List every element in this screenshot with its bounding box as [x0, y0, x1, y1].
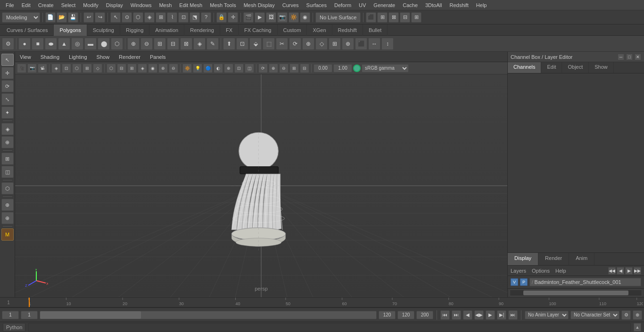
shelf-boolean[interactable]: ⊟ [167, 38, 179, 50]
vp-cam2-btn[interactable]: 📷 [27, 64, 37, 73]
shelf-merge[interactable]: ⊞ [329, 38, 341, 50]
viewport-btn3[interactable]: ⊠ [388, 12, 399, 23]
anim-end-input[interactable] [397, 311, 414, 319]
layer-name-display[interactable]: / Badminton_Feather_Shuttlecock_001 [529, 278, 641, 286]
shelf-target-weld[interactable]: ⊕ [342, 38, 354, 50]
menu-deform[interactable]: Deform [330, 1, 355, 9]
vp-iso4[interactable]: ⊞ [289, 64, 299, 73]
menu-file[interactable]: File [2, 1, 18, 9]
shelf-collapse[interactable]: ⬛ [355, 38, 367, 50]
pb-play-fwd[interactable]: ▶ [486, 310, 495, 320]
render3-btn[interactable]: 📷 [277, 12, 288, 23]
menu-redshift[interactable]: Redshift [446, 1, 472, 9]
tab-curves-surfaces[interactable]: Curves / Surfaces [1, 24, 54, 36]
menu-generate[interactable]: Generate [370, 1, 399, 9]
playback-range[interactable] [40, 311, 377, 319]
vp-display3[interactable]: ⊞ [127, 64, 137, 73]
xform-btn[interactable]: ✛ [228, 12, 238, 23]
shelf-fill-hole[interactable]: ⬙ [249, 38, 262, 50]
pb-next-frame[interactable]: ▶| [497, 310, 506, 320]
tab-redshift[interactable]: Redshift [332, 24, 363, 36]
shelf-append[interactable]: ⬚ [263, 38, 275, 50]
ipr-btn[interactable]: ▶ [255, 12, 265, 23]
menu-display[interactable]: Display [102, 1, 127, 9]
layers-scrollbar[interactable] [510, 290, 642, 296]
vp-render2[interactable]: 💡 [193, 64, 202, 73]
tab-fx[interactable]: FX [220, 24, 239, 36]
snap-grid-btn[interactable]: ⊞ [156, 12, 166, 23]
vp-display5[interactable]: ◉ [148, 64, 157, 73]
open-file-btn[interactable]: 📂 [57, 12, 67, 23]
vp-sel5[interactable]: ◇ [93, 64, 102, 73]
shelf-insert-loop[interactable]: ⟳ [289, 38, 301, 50]
menu-create[interactable]: Create [34, 1, 58, 9]
menu-modify[interactable]: Modify [79, 1, 102, 9]
layer-arrow-prev-prev[interactable]: ◀◀ [608, 267, 616, 275]
snap-curve-btn[interactable]: ⌇ [167, 12, 177, 23]
vp-select-mask[interactable]: ◈ [51, 64, 61, 73]
menu-help[interactable]: Help [472, 1, 491, 9]
select-mode-btn[interactable]: ↖ [110, 12, 121, 23]
tab-rendering[interactable]: Rendering [184, 24, 220, 36]
rotate-tool-btn[interactable]: ⟳ [1, 80, 14, 92]
cb-tab-show[interactable]: Show [589, 62, 614, 73]
tab-animation[interactable]: Animation [149, 24, 184, 36]
tab-bullet[interactable]: Bullet [363, 24, 388, 36]
timeline[interactable]: 1 1 10 20 30 40 50 60 70 80 90 100 110 1… [0, 297, 644, 308]
vp-display2[interactable]: ⊟ [117, 64, 126, 73]
render5-btn[interactable]: ◉ [300, 12, 310, 23]
shelf-mirror[interactable]: ⊠ [180, 38, 192, 50]
menu-mesh[interactable]: Mesh [155, 1, 175, 9]
viewport-btn2[interactable]: ⊞ [377, 12, 388, 23]
layers-sub-layers[interactable]: Layers [511, 268, 526, 274]
shelf-plane[interactable]: ▬ [84, 38, 97, 50]
menu-windows[interactable]: Windows [127, 1, 156, 9]
vp-menu-view[interactable]: View [17, 53, 34, 61]
pb-prev-key[interactable]: ⏭ [452, 310, 461, 320]
layer-tab-anim[interactable]: Anim [569, 253, 594, 265]
menu-cache[interactable]: Cache [399, 1, 421, 9]
pb-settings-btn[interactable]: ⚙ [621, 310, 631, 320]
menu-3dtoall[interactable]: 3DtoAll [421, 1, 446, 9]
cb-resize-btn[interactable]: ─ [618, 54, 624, 60]
vp-iso1[interactable]: ⟳ [258, 64, 268, 73]
shelf-bridge[interactable]: ⊡ [236, 38, 248, 50]
vp-menu-lighting[interactable]: Lighting [66, 53, 90, 61]
total-frames-input[interactable] [416, 311, 433, 319]
menu-curves[interactable]: Curves [279, 1, 303, 9]
shelf-split[interactable]: ✂ [276, 38, 288, 50]
shelf-sphere[interactable]: ● [18, 38, 31, 50]
shelf-cone[interactable]: ▲ [58, 38, 70, 50]
viewport-btn4[interactable]: ⊟ [400, 12, 410, 23]
shelf-extrude[interactable]: ⬆ [223, 38, 235, 50]
shelf-platonic[interactable]: ⬡ [111, 38, 123, 50]
save-file-btn[interactable]: 💾 [68, 12, 78, 23]
lock-btn[interactable]: 🔒 [216, 12, 227, 23]
scene-viewport[interactable]: persp X Y Z [15, 74, 507, 297]
viewport-btn1[interactable]: ⬛ [366, 12, 376, 23]
cb-close-btn[interactable]: ✕ [635, 54, 641, 60]
live-surface-btn[interactable]: No Live Surface [315, 12, 361, 23]
cb-tab-channels[interactable]: Channels [508, 62, 541, 73]
paint-sel-btn[interactable]: ⬡ [133, 12, 143, 23]
shelf-offset[interactable]: ⊕ [302, 38, 314, 50]
menu-uv[interactable]: UV [355, 1, 370, 9]
cb-tab-object[interactable]: Object [562, 62, 589, 73]
vp-display7[interactable]: ⊖ [169, 64, 178, 73]
render2-btn[interactable]: 🖼 [266, 12, 276, 23]
tab-sculpting[interactable]: Sculpting [87, 24, 120, 36]
shelf-flip[interactable]: ↔ [368, 38, 380, 50]
shelf-smooth[interactable]: ◈ [193, 38, 206, 50]
python-input[interactable] [28, 323, 631, 332]
scale-tool-btn[interactable]: ⤡ [1, 93, 14, 105]
shelf-reverse[interactable]: ↕ [381, 38, 394, 50]
move-tool-btn[interactable]: ✛ [1, 67, 14, 79]
vp-zero-input[interactable] [314, 64, 332, 73]
render-btn[interactable]: 🎬 [243, 12, 254, 23]
shelf-settings[interactable]: ⚙ [2, 38, 14, 50]
anim-layer-dropdown[interactable]: No Anim Layer [525, 311, 569, 319]
vp-sel3[interactable]: ⬡ [72, 64, 82, 73]
shelf-extract[interactable]: ⊞ [154, 38, 166, 50]
snap-face-btn[interactable]: ⬔ [190, 12, 200, 23]
vp-shadow-btn[interactable]: ◫ [245, 64, 254, 73]
